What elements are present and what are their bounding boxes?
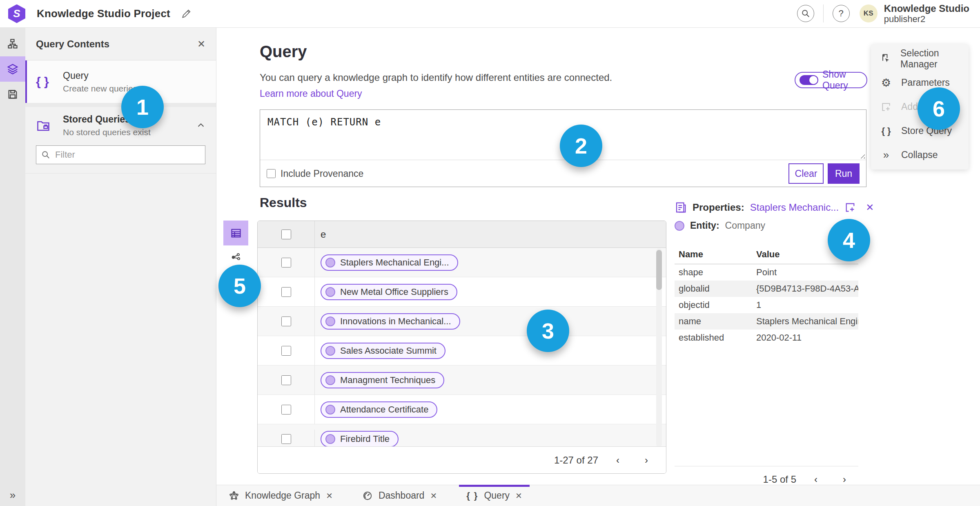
show-query-toggle[interactable]: Show Query [795,72,867,88]
entity-pill[interactable]: Sales Associate Summit [321,343,445,359]
properties-label: Properties: [693,202,744,213]
table-row[interactable]: Staplers Mechanical Engi... [258,248,666,277]
app-logo-icon[interactable]: S [8,4,25,23]
row-checkbox[interactable] [281,287,291,297]
prop-col-name: Name [675,247,752,264]
entity-pill[interactable]: New Metal Office Suppliers [321,284,457,300]
top-bar: S Knowledge Studio Project ? KS Knowledg… [0,0,980,28]
row-checkbox[interactable] [281,258,291,267]
table-row[interactable]: New Metal Office Suppliers [258,277,666,307]
property-row[interactable]: established2020-02-11 [675,330,858,346]
menu-item-collapse[interactable]: » Collapse [871,143,969,167]
query-contents-panel: Query Contents ✕ { } Query Create new qu… [25,28,216,506]
close-properties-icon[interactable]: ✕ [866,202,874,213]
knowledge-graph-icon [229,490,239,501]
scrollbar-thumb[interactable] [656,250,662,290]
properties-table: Name Value shapePoint globalid{5D9B4713-… [675,247,858,346]
filter-field[interactable] [36,145,205,164]
close-tab-icon[interactable]: ✕ [430,491,437,501]
next-page-button[interactable]: › [637,451,655,469]
close-panel-icon[interactable]: ✕ [197,38,205,50]
clear-button[interactable]: Clear [788,163,824,184]
entity-pill[interactable]: Firebird Title [321,431,399,447]
row-checkbox[interactable] [281,434,291,444]
user-info[interactable]: Knowledge Studio publisher2 [884,3,969,24]
tab-query[interactable]: { } Query ✕ [457,485,532,506]
row-checkbox[interactable] [281,317,291,326]
menu-item-parameters[interactable]: ⚙ Parameters [871,71,969,95]
tab-knowledge-graph[interactable]: Knowledge Graph ✕ [219,485,343,506]
row-checkbox[interactable] [281,375,291,385]
edit-title-icon[interactable] [181,9,192,19]
property-row[interactable]: objectid1 [675,297,858,313]
column-header-e: e [315,229,326,240]
entity-dot-icon [325,346,335,356]
expand-sidebar-button[interactable]: » [0,485,25,505]
run-button[interactable]: Run [828,163,860,184]
results-scrollbar[interactable] [656,248,662,447]
provenance-checkbox-input[interactable] [267,169,276,178]
close-tab-icon[interactable]: ✕ [326,491,333,501]
entity-dot-icon [325,258,335,267]
entity-dot-icon [325,317,335,326]
include-provenance-checkbox[interactable]: Include Provenance [267,168,363,179]
select-all-checkbox[interactable] [281,230,291,239]
double-chevron-right-icon: » [880,149,892,161]
prop-name: name [675,313,752,330]
entity-pill[interactable]: Attendance Certificate [321,401,437,418]
prev-page-button[interactable]: ‹ [609,451,627,469]
avatar[interactable]: KS [860,4,878,22]
query-item-subtitle: Create new queries [63,84,137,94]
property-row[interactable]: nameStaplers Mechanical Engineering [675,313,858,330]
help-button[interactable]: ? [833,5,850,22]
search-button[interactable] [797,5,814,22]
entity-label: Sales Associate Summit [340,346,437,356]
table-view-button[interactable] [223,221,248,245]
entity-pill[interactable]: Managment Techniques [321,372,444,388]
tab-label: Knowledge Graph [245,490,320,501]
table-row[interactable]: Managment Techniques [258,366,666,395]
query-layers-button[interactable] [0,56,25,82]
menu-item-label: Add [901,101,918,112]
entity-pill[interactable]: Staplers Mechanical Engi... [321,254,458,271]
select-all-cell [258,221,315,247]
row-checkbox[interactable] [281,346,291,356]
sidebar-item-query[interactable]: { } Query Create new queries [25,60,216,103]
left-icon-strip: » [0,28,25,506]
entity-type: Company [725,220,765,231]
prop-name: established [675,330,752,346]
page-title: Query [260,42,307,61]
close-tab-icon[interactable]: ✕ [515,491,522,501]
properties-entity-link[interactable]: Staplers Mechanic... [750,202,839,213]
panel-divider [25,103,216,107]
table-row[interactable]: Innovations in Mechanical... [258,307,666,336]
properties-icon [675,201,687,214]
filter-input[interactable] [55,149,200,160]
tab-dashboard[interactable]: Dashboard ✕ [352,485,447,506]
table-row[interactable]: Attendance Certificate [258,395,666,424]
collapse-section-icon[interactable] [196,121,205,130]
menu-item-label: Collapse [901,149,938,160]
save-button[interactable] [0,82,25,107]
results-title: Results [260,195,307,210]
add-to-selection-icon[interactable] [844,202,856,213]
learn-more-link[interactable]: Learn more about Query [260,88,362,99]
prop-value: Staplers Mechanical Engineering [752,313,858,330]
entity-pill[interactable]: Innovations in Mechanical... [321,313,460,330]
row-checkbox[interactable] [281,405,291,415]
menu-item-selection-manager[interactable]: Selection Manager [871,47,969,71]
query-item-title: Query [63,70,137,81]
prop-value: 2020-02-11 [752,330,858,346]
entity-label: Staplers Mechanical Engi... [340,257,449,268]
tab-label: Dashboard [379,490,425,501]
property-row[interactable]: globalid{5D9B4713-F98D-4A53-A59F-C11... [675,281,858,297]
dashboard-gauge-icon [362,490,373,501]
data-model-button[interactable] [0,31,25,56]
property-row[interactable]: shapePoint [675,264,858,281]
properties-page-range: 1-5 of 5 [763,474,796,485]
layers-icon [7,63,19,75]
menu-item-label: Selection Manager [900,48,960,70]
sidebar-item-stored-queries[interactable]: Stored Queries No stored queries exist [25,107,216,144]
tab-label: Query [484,490,510,501]
table-row[interactable]: Sales Associate Summit [258,336,666,366]
